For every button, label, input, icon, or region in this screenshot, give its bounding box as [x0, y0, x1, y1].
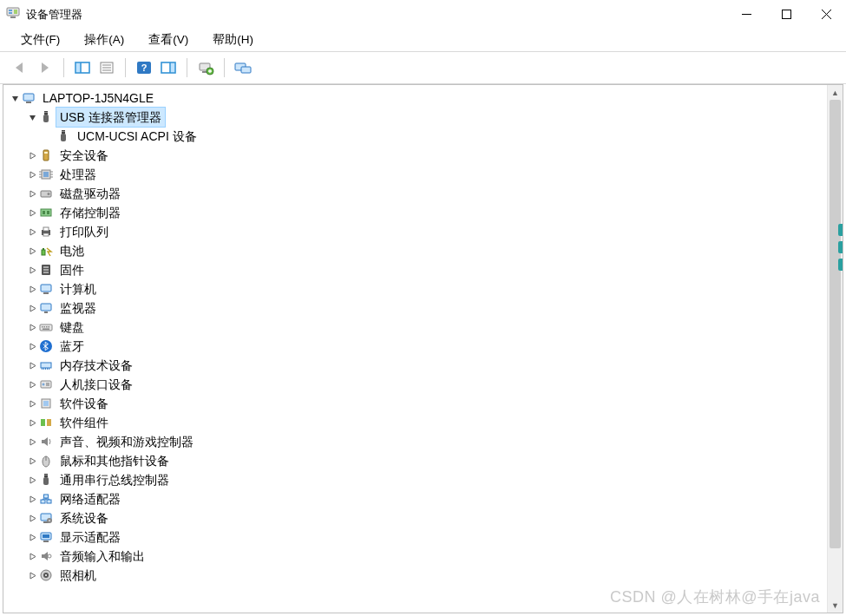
scroll-up-arrow[interactable]: ▲	[828, 85, 843, 100]
expander-icon[interactable]	[26, 114, 38, 121]
tree-item-14[interactable]: 软件设备	[3, 394, 827, 413]
expander-icon[interactable]	[26, 476, 38, 484]
expander-icon[interactable]	[26, 305, 38, 312]
expander-icon[interactable]	[26, 324, 38, 331]
firmware-icon	[38, 263, 54, 277]
memory-icon	[38, 358, 54, 372]
tree-item-9[interactable]: 监视器	[3, 298, 827, 318]
svg-rect-4	[10, 16, 16, 18]
expander-icon[interactable]	[26, 534, 38, 541]
tree-item-17[interactable]: 鼠标和其他指针设备	[3, 451, 827, 470]
titlebar: 设备管理器	[0, 0, 846, 29]
expander-icon[interactable]	[26, 285, 38, 293]
svg-rect-35	[64, 131, 65, 132]
scan-hardware-button[interactable]	[193, 56, 218, 80]
svg-rect-55	[42, 250, 45, 255]
menu-view[interactable]: 查看(V)	[136, 29, 200, 50]
tree-item-10[interactable]: 键盘	[3, 318, 827, 337]
tree-item-0-0[interactable]: UCM-UCSI ACPI 设备	[3, 127, 827, 146]
menu-help[interactable]: 帮助(H)	[200, 29, 266, 50]
tree-item-label: 照相机	[56, 566, 100, 585]
expander-icon[interactable]	[26, 266, 38, 274]
expander-icon[interactable]	[26, 190, 38, 198]
svg-rect-53	[43, 233, 49, 236]
tree-item-3[interactable]: 磁盘驱动器	[3, 184, 827, 203]
expander-icon[interactable]	[26, 152, 38, 160]
expander-icon[interactable]	[26, 457, 38, 465]
expander-icon[interactable]	[26, 419, 38, 427]
audio-io-icon	[38, 549, 54, 563]
close-button[interactable]	[806, 0, 846, 29]
network-icon	[38, 492, 54, 506]
help-button[interactable]: ?	[132, 56, 156, 80]
show-hide-tree-button[interactable]	[70, 56, 95, 80]
tree-item-1[interactable]: 安全设备	[3, 146, 827, 165]
window-controls	[726, 0, 846, 29]
menu-file[interactable]: 文件(F)	[9, 29, 72, 50]
tree-item-label: 处理器	[56, 165, 100, 184]
tree-item-root[interactable]: LAPTOP-1J5N4GLE	[3, 88, 827, 108]
device-tree[interactable]: LAPTOP-1J5N4GLE USB 连接器管理器 UCM-UCSI ACPI…	[3, 85, 827, 613]
expander-icon[interactable]	[26, 438, 38, 446]
tree-item-4[interactable]: 存储控制器	[3, 203, 827, 222]
tree-item-13[interactable]: 人机接口设备	[3, 375, 827, 394]
tree-item-12[interactable]: 内存技术设备	[3, 356, 827, 375]
svg-rect-61	[43, 292, 49, 294]
expander-icon[interactable]	[26, 381, 38, 389]
svg-rect-50	[47, 211, 49, 214]
tree-item-23[interactable]: 照相机	[3, 566, 827, 585]
expander-icon[interactable]	[26, 247, 38, 255]
remote-button[interactable]	[231, 56, 255, 80]
tree-item-8[interactable]: 计算机	[3, 279, 827, 298]
toolbar-separator	[224, 58, 225, 77]
expander-icon[interactable]	[26, 343, 38, 351]
menu-action[interactable]: 操作(A)	[72, 29, 136, 50]
tree-item-2[interactable]: 处理器	[3, 165, 827, 184]
tree-item-15[interactable]: 软件组件	[3, 413, 827, 432]
tree-item-label: LAPTOP-1J5N4GLE	[39, 88, 157, 108]
tree-item-19[interactable]: 网络适配器	[3, 489, 827, 508]
tree-item-11[interactable]: 蓝牙	[3, 337, 827, 356]
vertical-scrollbar[interactable]: ▲ ▼	[827, 85, 843, 613]
hid-icon	[38, 377, 54, 391]
tree-item-label: 固件	[56, 260, 88, 279]
tree-item-7[interactable]: 固件	[3, 260, 827, 279]
action-pane-button[interactable]	[156, 56, 180, 80]
tree-item-18[interactable]: 通用串行总线控制器	[3, 470, 827, 489]
expander-icon[interactable]	[26, 572, 38, 580]
expander-icon[interactable]	[26, 171, 38, 179]
computer-icon	[21, 91, 36, 105]
back-button[interactable]	[9, 56, 33, 80]
scrollbar-thumb[interactable]	[830, 100, 841, 548]
tree-item-22[interactable]: 音频输入和输出	[3, 547, 827, 566]
svg-rect-3	[14, 10, 17, 14]
properties-button[interactable]	[95, 56, 119, 80]
software-component-icon	[38, 416, 54, 429]
expander-icon[interactable]	[26, 228, 38, 236]
storage-controller-icon	[38, 206, 54, 220]
tree-item-6[interactable]: 电池	[3, 241, 827, 260]
tree-item-20[interactable]: 系统设备	[3, 508, 827, 528]
expander-icon[interactable]	[9, 95, 21, 102]
expander-icon[interactable]	[26, 553, 38, 560]
mouse-icon	[38, 454, 54, 468]
tree-item-5[interactable]: 打印队列	[3, 222, 827, 241]
forward-button[interactable]	[33, 56, 57, 80]
tree-item-0[interactable]: USB 连接器管理器	[3, 108, 827, 127]
maximize-button[interactable]	[766, 0, 806, 29]
expander-icon[interactable]	[26, 514, 38, 522]
keyboard-icon	[38, 320, 54, 334]
svg-rect-52	[43, 227, 49, 231]
tree-item-21[interactable]: 显示适配器	[3, 528, 827, 547]
expander-icon[interactable]	[26, 495, 38, 503]
tree-item-label: 键盘	[56, 318, 88, 337]
svg-rect-62	[41, 304, 51, 311]
expander-icon[interactable]	[26, 362, 38, 370]
scroll-down-arrow[interactable]: ▼	[828, 598, 843, 613]
svg-rect-27	[26, 102, 31, 103]
tree-item-16[interactable]: 声音、视频和游戏控制器	[3, 432, 827, 451]
expander-icon[interactable]	[26, 209, 38, 217]
minimize-button[interactable]	[726, 0, 766, 29]
expander-icon[interactable]	[26, 400, 38, 408]
security-icon	[38, 148, 54, 162]
